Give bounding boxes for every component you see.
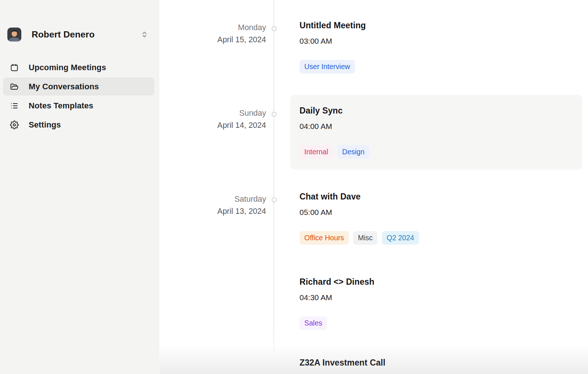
date-weekday: Sunday <box>167 107 266 119</box>
chevrons-up-down-icon <box>140 30 149 39</box>
account-switcher[interactable]: Robert Denero <box>3 26 154 43</box>
meeting-item[interactable]: Richard <> Dinesh 04:30 AM Sales <box>300 277 374 330</box>
date-value: April 15, 2024 <box>167 34 266 46</box>
meeting-time: 03:00 AM <box>300 36 366 46</box>
meeting-title: Untitled Meeting <box>300 20 366 30</box>
meeting-tags: Sales <box>300 316 374 330</box>
timeline-dot <box>272 112 277 117</box>
date-weekday: Saturday <box>167 193 266 205</box>
meeting-tags: Internal Design <box>300 145 369 159</box>
meeting-item[interactable]: Untitled Meeting 03:00 AM User Interview <box>300 20 366 73</box>
timeline-dot <box>272 26 277 31</box>
tag[interactable]: Sales <box>300 316 327 330</box>
meeting-title: Chat with Dave <box>300 191 419 202</box>
conversations-timeline: Monday April 15, 2024 Sunday April 14, 2… <box>159 0 588 374</box>
date-label: Monday April 15, 2024 <box>167 22 266 46</box>
tag[interactable]: Misc <box>353 231 377 245</box>
meeting-item[interactable]: Daily Sync 04:00 AM Internal Design <box>300 105 369 159</box>
date-value: April 14, 2024 <box>167 119 266 132</box>
timeline-line <box>273 0 274 359</box>
sidebar-item-label: Settings <box>29 120 61 130</box>
tag[interactable]: Internal <box>300 145 333 159</box>
date-label: Sunday April 14, 2024 <box>167 107 266 132</box>
meeting-title: Z32A Investment Call <box>300 357 386 368</box>
bullet-list-icon <box>10 101 19 110</box>
sidebar-item-upcoming-meetings[interactable]: Upcoming Meetings <box>3 58 154 76</box>
sidebar-item-notes-templates[interactable]: Notes Templates <box>3 97 154 115</box>
tag[interactable]: User Interview <box>300 60 355 73</box>
meeting-time: 04:30 AM <box>300 293 374 302</box>
meeting-item[interactable]: Z32A Investment Call <box>300 357 386 368</box>
timeline-dot <box>272 197 277 202</box>
gear-icon <box>10 121 19 129</box>
date-value: April 13, 2024 <box>167 205 266 217</box>
calendar-icon <box>10 63 19 72</box>
tag[interactable]: Q2 2024 <box>382 231 419 245</box>
meeting-tags: Office Hours Misc Q2 2024 <box>300 231 419 245</box>
meeting-title: Daily Sync <box>300 105 369 116</box>
app-window: Robert Denero Upcoming Meetings <box>0 0 588 374</box>
sidebar: Robert Denero Upcoming Meetings <box>0 0 159 374</box>
sidebar-item-my-conversations[interactable]: My Conversations <box>3 78 154 96</box>
date-label: Saturday April 13, 2024 <box>167 193 266 217</box>
tag[interactable]: Design <box>337 145 369 159</box>
meeting-tags: User Interview <box>300 60 366 73</box>
folder-open-icon <box>10 82 19 91</box>
user-name: Robert Denero <box>32 29 94 40</box>
meeting-time: 04:00 AM <box>300 122 369 131</box>
meeting-time: 05:00 AM <box>300 208 419 217</box>
meeting-title: Richard <> Dinesh <box>300 277 374 287</box>
tag[interactable]: Office Hours <box>300 231 349 245</box>
avatar <box>7 28 21 42</box>
meeting-item[interactable]: Chat with Dave 05:00 AM Office Hours Mis… <box>300 191 419 245</box>
sidebar-item-settings[interactable]: Settings <box>3 116 154 134</box>
sidebar-item-label: My Conversations <box>29 82 99 91</box>
sidebar-nav: Upcoming Meetings My Conversations <box>3 58 154 135</box>
sidebar-item-label: Notes Templates <box>29 101 93 111</box>
sidebar-item-label: Upcoming Meetings <box>29 63 106 72</box>
date-weekday: Monday <box>167 22 266 34</box>
